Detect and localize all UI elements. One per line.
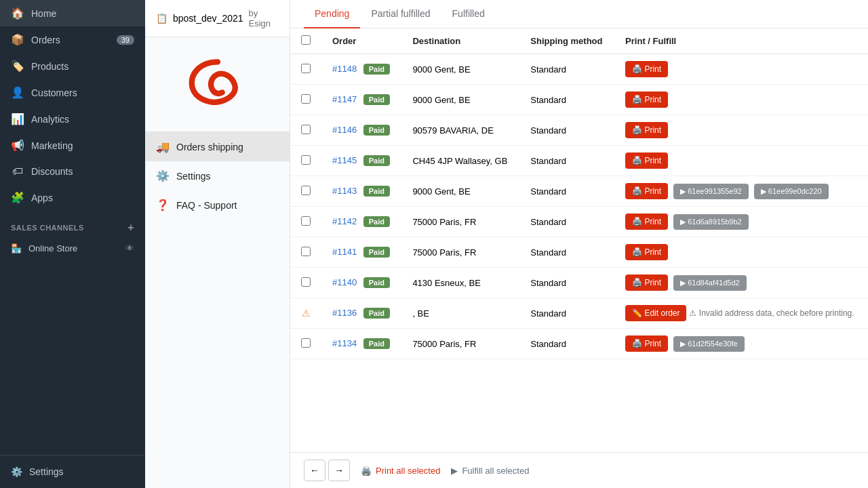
paid-badge: Paid <box>363 338 390 349</box>
products-icon: 🏷️ <box>11 60 24 73</box>
paid-badge: Paid <box>363 64 390 75</box>
order-link[interactable]: #1134 <box>332 338 357 348</box>
tracking-button[interactable]: ▶ 61d6a8915b9b2 <box>673 214 749 230</box>
home-icon: 🏠 <box>11 7 24 20</box>
sidebar-item-marketing[interactable]: 📢 Marketing <box>0 132 145 159</box>
order-link[interactable]: #1148 <box>332 64 357 74</box>
middle-panel-item-settings[interactable]: ⚙️ Settings <box>145 161 290 190</box>
orders-badge: 39 <box>117 35 134 45</box>
order-link[interactable]: #1146 <box>332 125 357 135</box>
print-all-icon: 🖨️ <box>361 466 372 476</box>
print-button[interactable]: 🖨️ Print <box>625 183 668 199</box>
middle-panel: 📋 bpost_dev_2021 by Esign 🚚 Orders shipp… <box>145 0 290 488</box>
sidebar-item-discounts[interactable]: 🏷 Discounts <box>0 159 145 184</box>
sidebar-item-products[interactable]: 🏷️ Products <box>0 53 145 79</box>
edit-order-button[interactable]: ✏️ Edit order <box>625 305 686 321</box>
sidebar-item-online-store[interactable]: 🏪 Online Store 👁 <box>0 238 145 259</box>
row-checkbox[interactable] <box>301 94 311 104</box>
sidebar-item-home[interactable]: 🏠 Home <box>0 0 145 26</box>
row-checkbox[interactable] <box>301 247 311 256</box>
fulfill-all-icon: ▶ <box>451 466 458 476</box>
orders-table-container: Order Destination Shipping method Print … <box>290 28 868 452</box>
print-button[interactable]: 🖨️ Print <box>625 336 668 352</box>
invalid-address-warning: ⚠ Invalid address data, check before pri… <box>689 308 854 318</box>
app-logo-area <box>145 37 290 132</box>
table-row: #1147 Paid9000 Gent, BEStandard🖨️ Print <box>290 85 868 115</box>
actions-cell: 🖨️ Print▶ 61d84af41d5d2 <box>614 268 868 298</box>
eye-icon[interactable]: 👁 <box>125 243 134 253</box>
order-link[interactable]: #1145 <box>332 155 357 165</box>
row-checkbox[interactable] <box>301 277 311 287</box>
fulfill-all-button[interactable]: ▶ Fulfill all selected <box>451 466 529 476</box>
order-link[interactable]: #1143 <box>332 186 357 196</box>
sidebar-item-customers[interactable]: 👤 Customers <box>0 79 145 106</box>
print-button[interactable]: 🖨️ Print <box>625 92 668 108</box>
tab-pending[interactable]: Pending <box>304 0 360 28</box>
next-page-button[interactable]: → <box>328 460 350 481</box>
row-checkbox[interactable] <box>301 186 311 195</box>
actions-cell: 🖨️ Print <box>614 115 868 146</box>
destination-cell: CH45 4JP Wallasey, GB <box>401 146 519 176</box>
shipping-method-cell: Standard <box>519 268 614 298</box>
shipping-method-cell: Standard <box>519 146 614 176</box>
print-button[interactable]: 🖨️ Print <box>625 152 668 169</box>
actions-cell: 🖨️ Print <box>614 237 868 268</box>
table-row: #1141 Paid75000 Paris, FRStandard🖨️ Prin… <box>290 237 868 268</box>
tab-partial-fulfilled[interactable]: Partial fulfilled <box>360 0 441 28</box>
order-link[interactable]: #1142 <box>332 216 357 226</box>
row-checkbox[interactable] <box>301 64 311 73</box>
topbar-title: bpost_dev_2021 <box>173 13 243 24</box>
sidebar-item-settings[interactable]: ⚙️ Settings <box>0 461 145 483</box>
app-logo <box>184 56 252 113</box>
row-checkbox[interactable] <box>301 125 311 134</box>
actions-cell: 🖨️ Print <box>614 54 868 85</box>
sidebar-item-label: Marketing <box>31 140 73 151</box>
add-sales-channel-button[interactable]: + <box>127 222 134 234</box>
tracking-button[interactable]: ▶ 61ee991355e92 <box>673 184 749 199</box>
sidebar-item-orders[interactable]: 📦 Orders 39 <box>0 26 145 53</box>
sidebar-item-label: Home <box>31 8 56 19</box>
order-link[interactable]: #1147 <box>332 94 357 104</box>
shipping-method-cell: Standard <box>519 115 614 146</box>
select-all-checkbox[interactable] <box>301 35 311 45</box>
middle-panel-item-orders-shipping[interactable]: 🚚 Orders shipping <box>145 132 290 161</box>
print-button[interactable]: 🖨️ Print <box>625 61 668 77</box>
sidebar-item-analytics[interactable]: 📊 Analytics <box>0 106 145 132</box>
tracking-button[interactable]: ▶ 61d2f554e30fe <box>673 336 744 352</box>
paid-badge: Paid <box>363 308 390 319</box>
middle-panel-item-faq-support[interactable]: ❓ FAQ - Support <box>145 190 290 220</box>
paid-badge: Paid <box>363 94 390 105</box>
sidebar-item-apps[interactable]: 🧩 Apps <box>0 184 145 211</box>
row-checkbox[interactable] <box>301 155 311 165</box>
order-link[interactable]: #1136 <box>332 308 357 318</box>
sidebar-item-label: Apps <box>31 192 53 203</box>
paid-badge: Paid <box>363 155 390 166</box>
shipping-method-cell: Standard <box>519 54 614 85</box>
destination-cell: 75000 Paris, FR <box>401 237 519 268</box>
orders-shipping-icon: 🚚 <box>156 140 170 153</box>
tracking-button[interactable]: ▶ 61ee99e0dc220 <box>754 184 829 199</box>
print-button[interactable]: 🖨️ Print <box>625 244 668 260</box>
order-link[interactable]: #1140 <box>332 277 357 287</box>
actions-cell: 🖨️ Print▶ 61d2f554e30fe <box>614 329 868 359</box>
row-checkbox[interactable] <box>301 338 311 348</box>
table-row: #1146 Paid90579 BAVARIA, DEStandard🖨️ Pr… <box>290 115 868 146</box>
row-checkbox[interactable] <box>301 216 311 226</box>
tab-fulfilled[interactable]: Fulfilled <box>441 0 496 28</box>
marketing-icon: 📢 <box>11 139 24 152</box>
print-all-button[interactable]: 🖨️ Print all selected <box>361 466 440 476</box>
tracking-button[interactable]: ▶ 61d84af41d5d2 <box>673 275 747 291</box>
table-row: #1145 PaidCH45 4JP Wallasey, GBStandard🖨… <box>290 146 868 176</box>
print-button[interactable]: 🖨️ Print <box>625 122 668 138</box>
prev-page-button[interactable]: ← <box>304 460 326 481</box>
settings-icon: ⚙️ <box>11 466 22 477</box>
order-link[interactable]: #1141 <box>332 247 357 257</box>
topbar-right: by Esign <box>249 8 279 28</box>
col-shipping: Shipping method <box>519 28 614 54</box>
destination-cell: 75000 Paris, FR <box>401 329 519 359</box>
print-button[interactable]: 🖨️ Print <box>625 214 668 230</box>
destination-cell: 90579 BAVARIA, DE <box>401 115 519 146</box>
sidebar-item-label: Analytics <box>31 114 69 125</box>
sidebar-item-label: Discounts <box>31 166 73 177</box>
print-button[interactable]: 🖨️ Print <box>625 274 668 291</box>
